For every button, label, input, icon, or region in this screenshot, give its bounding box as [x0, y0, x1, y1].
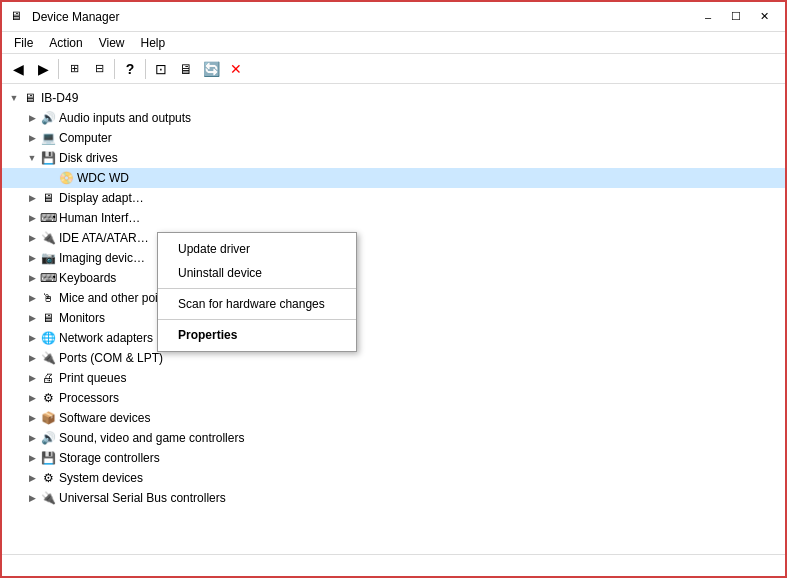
expander-system: ▶ — [24, 470, 40, 486]
root-label: IB-D49 — [41, 91, 78, 105]
toolbar-sep-1 — [58, 59, 59, 79]
sound-icon: 🔊 — [40, 430, 56, 446]
mice-icon: 🖱 — [40, 290, 56, 306]
root-icon: 🖥 — [22, 90, 38, 106]
tree-item-system[interactable]: ▶ ⚙ System devices — [2, 468, 785, 488]
audio-icon: 🔊 — [40, 110, 56, 126]
human-label: Human Interf… — [59, 211, 140, 225]
print-label: Print queues — [59, 371, 126, 385]
sound-label: Sound, video and game controllers — [59, 431, 244, 445]
usb-label: Universal Serial Bus controllers — [59, 491, 226, 505]
toolbar-properties[interactable]: ⊡ — [149, 57, 173, 81]
app-icon: 🖥 — [10, 9, 26, 25]
print-icon: 🖨 — [40, 370, 56, 386]
toolbar-remove[interactable]: ✕ — [224, 57, 248, 81]
toolbar-help[interactable]: ? — [118, 57, 142, 81]
ctx-sep-2 — [158, 319, 356, 320]
menu-help[interactable]: Help — [133, 34, 174, 52]
expander-human: ▶ — [24, 210, 40, 226]
title-bar: 🖥 Device Manager – ☐ ✕ — [2, 2, 785, 32]
ide-label: IDE ATA/ATAR… — [59, 231, 149, 245]
disk-icon: 💾 — [40, 150, 56, 166]
toolbar-collapse[interactable]: ⊟ — [87, 57, 111, 81]
tree-item-print[interactable]: ▶ 🖨 Print queues — [2, 368, 785, 388]
close-button[interactable]: ✕ — [751, 7, 777, 27]
tree-item-computer[interactable]: ▶ 💻 Computer — [2, 128, 785, 148]
computer-icon: 💻 — [40, 130, 56, 146]
computer-label: Computer — [59, 131, 112, 145]
expander-imaging: ▶ — [24, 250, 40, 266]
imaging-icon: 📷 — [40, 250, 56, 266]
tree-item-storage[interactable]: ▶ 💾 Storage controllers — [2, 448, 785, 468]
tree-item-sound[interactable]: ▶ 🔊 Sound, video and game controllers — [2, 428, 785, 448]
tree-item-keyboards[interactable]: ▶ ⌨ Keyboards — [2, 268, 785, 288]
toolbar-expand[interactable]: ⊞ — [62, 57, 86, 81]
ports-icon: 🔌 — [40, 350, 56, 366]
toolbar-scan[interactable]: 🔄 — [199, 57, 223, 81]
human-icon: ⌨ — [40, 210, 56, 226]
expander-disk: ▼ — [24, 150, 40, 166]
ctx-uninstall-device[interactable]: Uninstall device — [158, 261, 356, 285]
tree-item-software[interactable]: ▶ 📦 Software devices — [2, 408, 785, 428]
ports-label: Ports (COM & LPT) — [59, 351, 163, 365]
tree-item-network[interactable]: ▶ 🌐 Network adapters — [2, 328, 785, 348]
toolbar-back[interactable]: ◀ — [6, 57, 30, 81]
software-icon: 📦 — [40, 410, 56, 426]
tree-item-usb[interactable]: ▶ 🔌 Universal Serial Bus controllers — [2, 488, 785, 508]
tree-item-monitors[interactable]: ▶ 🖥 Monitors — [2, 308, 785, 328]
expander-usb: ▶ — [24, 490, 40, 506]
toolbar-computer[interactable]: 🖥 — [174, 57, 198, 81]
tree-item-disk[interactable]: ▼ 💾 Disk drives — [2, 148, 785, 168]
tree-item-mice[interactable]: ▶ 🖱 Mice and other pointing devices — [2, 288, 785, 308]
minimize-button[interactable]: – — [695, 7, 721, 27]
tree-item-imaging[interactable]: ▶ 📷 Imaging devic… — [2, 248, 785, 268]
toolbar-sep-3 — [145, 59, 146, 79]
toolbar: ◀ ▶ ⊞ ⊟ ? ⊡ 🖥 🔄 ✕ — [2, 54, 785, 84]
toolbar-forward[interactable]: ▶ — [31, 57, 55, 81]
wdc-icon: 📀 — [58, 170, 74, 186]
window-title: Device Manager — [32, 10, 119, 24]
tree-item-ports[interactable]: ▶ 🔌 Ports (COM & LPT) — [2, 348, 785, 368]
processors-label: Processors — [59, 391, 119, 405]
expander-ide: ▶ — [24, 230, 40, 246]
ctx-update-driver[interactable]: Update driver — [158, 237, 356, 261]
wdc-label: WDC WD — [77, 171, 129, 185]
expander-keyboards: ▶ — [24, 270, 40, 286]
tree-item-human[interactable]: ▶ ⌨ Human Interf… — [2, 208, 785, 228]
expander-root: ▼ — [6, 90, 22, 106]
tree-item-wdc[interactable]: 📀 WDC WD — [2, 168, 785, 188]
window-controls: – ☐ ✕ — [695, 7, 777, 27]
tree-item-ide[interactable]: ▶ 🔌 IDE ATA/ATAR… — [2, 228, 785, 248]
title-bar-left: 🖥 Device Manager — [10, 9, 119, 25]
monitors-icon: 🖥 — [40, 310, 56, 326]
expander-print: ▶ — [24, 370, 40, 386]
expander-network: ▶ — [24, 330, 40, 346]
keyboards-label: Keyboards — [59, 271, 116, 285]
ide-icon: 🔌 — [40, 230, 56, 246]
tree-panel[interactable]: ▼ 🖥 IB-D49 ▶ 🔊 Audio inputs and outputs … — [2, 84, 785, 554]
audio-label: Audio inputs and outputs — [59, 111, 191, 125]
tree-item-display[interactable]: ▶ 🖥 Display adapt… — [2, 188, 785, 208]
ctx-properties[interactable]: Properties — [158, 323, 356, 347]
main-content: ▼ 🖥 IB-D49 ▶ 🔊 Audio inputs and outputs … — [2, 84, 785, 554]
tree-item-audio[interactable]: ▶ 🔊 Audio inputs and outputs — [2, 108, 785, 128]
maximize-button[interactable]: ☐ — [723, 7, 749, 27]
software-label: Software devices — [59, 411, 150, 425]
menu-view[interactable]: View — [91, 34, 133, 52]
display-icon: 🖥 — [40, 190, 56, 206]
ctx-sep-1 — [158, 288, 356, 289]
ctx-scan-hardware[interactable]: Scan for hardware changes — [158, 292, 356, 316]
menu-action[interactable]: Action — [41, 34, 90, 52]
storage-icon: 💾 — [40, 450, 56, 466]
expander-audio: ▶ — [24, 110, 40, 126]
expander-computer: ▶ — [24, 130, 40, 146]
device-manager-window: 🖥 Device Manager – ☐ ✕ File Action View … — [0, 0, 787, 578]
usb-icon: 🔌 — [40, 490, 56, 506]
disk-label: Disk drives — [59, 151, 118, 165]
tree-item-processors[interactable]: ▶ ⚙ Processors — [2, 388, 785, 408]
expander-display: ▶ — [24, 190, 40, 206]
imaging-label: Imaging devic… — [59, 251, 145, 265]
tree-item-root[interactable]: ▼ 🖥 IB-D49 — [2, 88, 785, 108]
menu-file[interactable]: File — [6, 34, 41, 52]
network-icon: 🌐 — [40, 330, 56, 346]
